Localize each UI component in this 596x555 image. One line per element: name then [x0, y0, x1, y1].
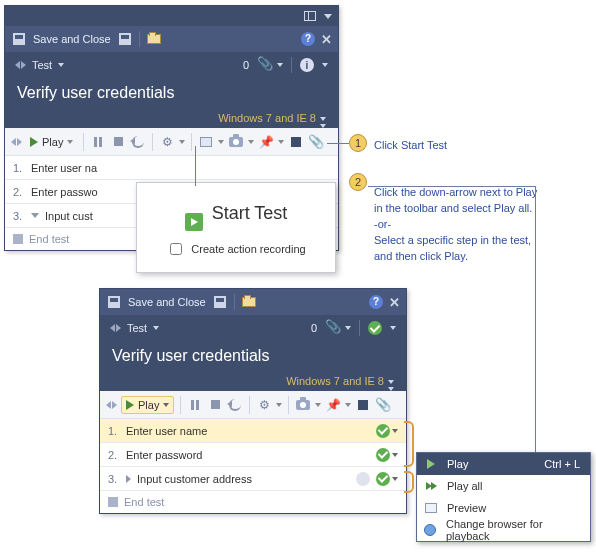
pass-icon[interactable]: [376, 448, 390, 462]
menu-item-play[interactable]: Play Ctrl + L: [417, 453, 590, 475]
chevron-down-icon[interactable]: [58, 63, 64, 67]
save-icon[interactable]: [106, 294, 122, 310]
connector-line: [327, 143, 349, 144]
count-label: 0: [243, 59, 249, 71]
flag-icon[interactable]: [355, 397, 371, 413]
attachment-icon[interactable]: 📎: [325, 321, 337, 335]
step-row[interactable]: 1. Enter user na: [5, 156, 338, 180]
pin-icon[interactable]: 📌: [258, 134, 274, 150]
chevron-down-icon[interactable]: [179, 140, 185, 144]
close-icon[interactable]: ✕: [389, 295, 400, 310]
chevron-down-icon[interactable]: [392, 477, 398, 481]
nav-arrows-icon[interactable]: [110, 324, 121, 332]
menu-item-play-all[interactable]: Play all: [417, 475, 590, 497]
chevron-down-icon[interactable]: [392, 453, 398, 457]
chevron-down-icon[interactable]: [320, 124, 326, 128]
step-text: Enter user na: [31, 162, 330, 174]
chevron-down-icon[interactable]: [315, 403, 321, 407]
camera-icon[interactable]: [295, 397, 311, 413]
info-icon[interactable]: i: [300, 58, 314, 72]
chevron-down-icon[interactable]: [345, 326, 351, 330]
layout-icon[interactable]: [304, 11, 316, 21]
attachment-icon[interactable]: 📎: [257, 58, 269, 72]
expand-icon[interactable]: [31, 213, 39, 218]
file-toolbar: Save and Close ? ✕: [100, 289, 406, 315]
chevron-down-icon[interactable]: [276, 403, 282, 407]
test-dropdown[interactable]: Test: [32, 59, 52, 71]
checkbox-input[interactable]: [170, 243, 182, 255]
chevron-down-icon[interactable]: [324, 14, 332, 19]
play-button[interactable]: Play: [26, 134, 77, 150]
save-close-button[interactable]: Save and Close: [33, 33, 111, 45]
file-toolbar: Save and Close ? ✕: [5, 26, 338, 52]
open-folder-icon[interactable]: [241, 294, 257, 310]
undo-icon[interactable]: [130, 134, 146, 150]
header-section: Verify user credentials: [100, 341, 406, 373]
config-dropdown[interactable]: Windows 7 and IE 8: [5, 110, 338, 124]
pass-icon[interactable]: [376, 472, 390, 486]
step-row[interactable]: 2. Enter password: [100, 443, 406, 467]
nav-arrows-icon[interactable]: [106, 401, 117, 409]
open-folder-icon[interactable]: [146, 31, 162, 47]
test-bar: Test 0 📎: [100, 315, 406, 341]
chevron-down-icon[interactable]: [163, 403, 169, 407]
nav-arrows-icon[interactable]: [11, 138, 22, 146]
close-icon[interactable]: ✕: [321, 32, 332, 47]
test-title: Verify user credentials: [17, 84, 326, 102]
gear-icon[interactable]: ⚙: [159, 134, 175, 150]
pause-icon[interactable]: [187, 397, 203, 413]
menu-item-change-browser[interactable]: Change browser for playback: [417, 519, 590, 541]
chevron-down-icon[interactable]: [278, 140, 284, 144]
pin-icon[interactable]: 📌: [325, 397, 341, 413]
test-bar: Test 0 📎 i: [5, 52, 338, 78]
chevron-down-icon[interactable]: [248, 140, 254, 144]
help-icon[interactable]: ?: [301, 32, 315, 46]
test-dropdown[interactable]: Test: [127, 322, 147, 334]
nav-arrows-icon[interactable]: [15, 61, 26, 69]
help-icon[interactable]: ?: [369, 295, 383, 309]
save-close-button[interactable]: Save and Close: [128, 296, 206, 308]
step-row[interactable]: 3. Input customer address: [100, 467, 406, 491]
diskette-icon[interactable]: [212, 294, 228, 310]
menu-label: Play all: [447, 480, 482, 492]
expand-icon[interactable]: [126, 475, 131, 483]
flag-icon[interactable]: [288, 134, 304, 150]
screen-icon[interactable]: [198, 134, 214, 150]
chevron-down-icon[interactable]: [390, 326, 396, 330]
titlebar: [5, 6, 338, 26]
step-row[interactable]: 1. Enter user name: [100, 419, 406, 443]
flag-icon: [13, 234, 23, 244]
chevron-down-icon[interactable]: [392, 429, 398, 433]
chevron-down-icon[interactable]: [218, 140, 224, 144]
start-test-button[interactable]: Start Test: [155, 203, 317, 240]
gear-icon[interactable]: ⚙: [256, 397, 272, 413]
camera-icon[interactable]: [228, 134, 244, 150]
diskette-icon[interactable]: [117, 31, 133, 47]
playback-toolbar: Play ⚙ 📌 📎: [5, 128, 338, 156]
pause-icon[interactable]: [90, 134, 106, 150]
create-recording-checkbox[interactable]: Create action recording: [155, 240, 317, 258]
menu-label: Change browser for playback: [446, 518, 580, 542]
save-icon[interactable]: [11, 31, 27, 47]
undo-icon[interactable]: [227, 397, 243, 413]
chevron-down-icon[interactable]: [67, 140, 73, 144]
attachment-icon[interactable]: 📎: [375, 397, 391, 413]
pass-icon[interactable]: [376, 424, 390, 438]
header-section: Verify user credentials: [5, 78, 338, 110]
stop-icon[interactable]: [207, 397, 223, 413]
chevron-down-icon[interactable]: [345, 403, 351, 407]
flag-icon: [108, 497, 118, 507]
config-dropdown[interactable]: Windows 7 and IE 8: [100, 373, 406, 387]
chevron-down-icon[interactable]: [277, 63, 283, 67]
status-icon[interactable]: [356, 472, 370, 486]
pass-icon[interactable]: [368, 321, 382, 335]
chevron-down-icon[interactable]: [153, 326, 159, 330]
play-button[interactable]: Play: [121, 396, 174, 414]
menu-item-preview[interactable]: Preview: [417, 497, 590, 519]
start-test-dialog: Start Test Create action recording: [136, 182, 336, 273]
chevron-down-icon[interactable]: [322, 63, 328, 67]
attachment-icon[interactable]: 📎: [308, 134, 324, 150]
play-label: Play: [138, 399, 159, 411]
stop-icon[interactable]: [110, 134, 126, 150]
end-test-row[interactable]: End test: [100, 491, 406, 513]
